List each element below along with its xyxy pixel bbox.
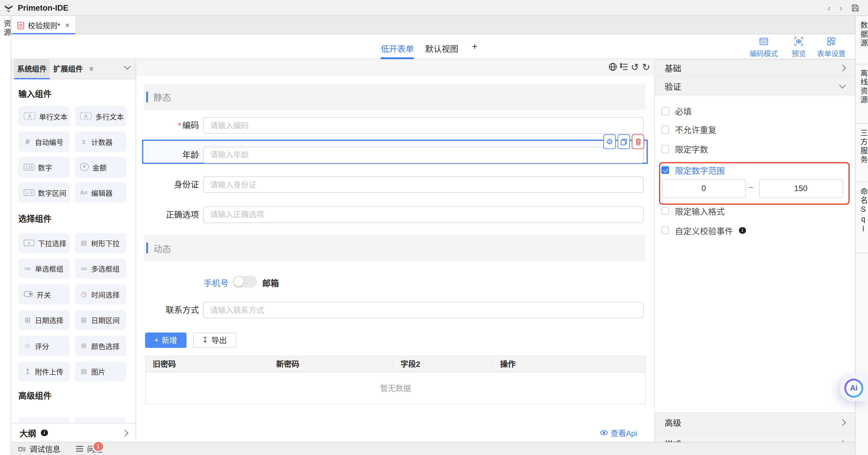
- dock-item-third-party-services[interactable]: 三方服务: [858, 129, 868, 164]
- component-dropdown[interactable]: ∨下拉选择: [18, 233, 70, 253]
- redo-icon[interactable]: ↻: [642, 62, 650, 72]
- radio-group-icon: ≔: [24, 264, 31, 273]
- tab-lowcode-form[interactable]: 低开表单: [381, 42, 414, 55]
- add-row-button[interactable]: +新增: [145, 332, 186, 348]
- problems-list-icon: [76, 446, 84, 452]
- validation-char-limit[interactable]: 限定字数: [661, 143, 708, 155]
- export-button[interactable]: ↧导出: [193, 332, 236, 348]
- component-switch[interactable]: 开关: [18, 284, 70, 304]
- component-org-select[interactable]: ⧉机构选择: [74, 417, 126, 423]
- history-forward-icon[interactable]: ›: [839, 0, 842, 16]
- debug-icon: [18, 445, 26, 453]
- dock-item-offline-resources[interactable]: 离线资源: [858, 69, 868, 104]
- outline-label: 大纲: [20, 427, 36, 439]
- component-single-line-text[interactable]: A单行文本: [18, 106, 70, 126]
- group-style[interactable]: 样式: [655, 433, 855, 442]
- component-image[interactable]: ▤图片: [74, 361, 126, 382]
- component-radio-group[interactable]: ≔单选框组: [18, 258, 70, 279]
- component-date-range[interactable]: ⊞日期区间: [74, 310, 126, 330]
- field-copy-button[interactable]: [618, 134, 630, 149]
- checkbox-custom-event[interactable]: [661, 227, 669, 235]
- ai-assistant-button[interactable]: Ai: [840, 375, 868, 401]
- group-validation[interactable]: 验证: [655, 77, 855, 95]
- correct-option-field[interactable]: [203, 206, 644, 223]
- section-header-static[interactable]: 静态: [144, 84, 646, 110]
- component-currency[interactable]: ¥金额: [74, 157, 126, 177]
- column-header-new-password[interactable]: 新密码: [269, 356, 394, 371]
- outline-tree-icon[interactable]: [619, 62, 628, 72]
- chevron-down-icon[interactable]: [124, 63, 131, 70]
- document-tab-bar: 校验规则* ×: [11, 16, 855, 34]
- component-number-range[interactable]: 1~3数字区间: [18, 182, 70, 203]
- component-checkbox-group[interactable]: ≔多选框组: [74, 258, 126, 279]
- section-header-dynamic[interactable]: 动态: [144, 234, 646, 262]
- component-rating[interactable]: ☆评分: [18, 335, 70, 356]
- validation-required[interactable]: 必填: [661, 105, 691, 117]
- component-list-menu-icon[interactable]: ≡: [89, 65, 93, 72]
- contact-field[interactable]: [203, 302, 644, 318]
- validation-number-range[interactable]: 限定数字范围: [661, 164, 725, 176]
- field-delete-button[interactable]: [632, 134, 644, 149]
- component-counter[interactable]: ±计数器: [74, 131, 126, 152]
- component-upload[interactable]: ↥附件上传: [18, 361, 70, 382]
- tab-default-view[interactable]: 默认视图: [425, 42, 458, 55]
- component-date-picker[interactable]: ⊞日期选择: [18, 310, 70, 330]
- column-header-actions[interactable]: 操作: [493, 356, 645, 371]
- tab-system-components[interactable]: 系统组件: [14, 59, 50, 79]
- view-api-link[interactable]: 查看Api: [600, 427, 637, 438]
- component-tree-dropdown[interactable]: ▤树形下拉: [74, 233, 126, 253]
- component-editor[interactable]: A≡编辑器: [74, 182, 126, 203]
- i18n-globe-icon[interactable]: [608, 62, 617, 72]
- toggle-knob: [234, 277, 243, 286]
- editor-icon: A≡: [80, 189, 88, 196]
- tab-validation-rules[interactable]: 校验规则* ×: [12, 16, 75, 34]
- chevron-right-icon: [839, 419, 846, 426]
- column-header-field2[interactable]: 字段2: [394, 356, 493, 371]
- validation-input-format[interactable]: 限定输入格式: [661, 205, 725, 217]
- component-auto-number[interactable]: #自动编号: [18, 131, 70, 152]
- phone-email-toggle[interactable]: [232, 275, 257, 287]
- debug-info-button[interactable]: 调试信息: [18, 443, 60, 454]
- form-settings-button[interactable]: 表单设置: [812, 37, 851, 58]
- copy-icon: [621, 138, 627, 145]
- checkbox-input-format[interactable]: [661, 207, 669, 215]
- outline-panel-header[interactable]: 大纲 i: [11, 423, 136, 442]
- tab-extended-components[interactable]: 扩展组件: [51, 59, 85, 79]
- chevron-right-icon: [839, 64, 846, 71]
- required-asterisk: *: [178, 121, 181, 130]
- column-header-old-password[interactable]: 旧密码: [146, 356, 269, 371]
- component-time-picker[interactable]: ◷时间选择: [74, 284, 126, 304]
- group-advanced[interactable]: 高级: [655, 413, 855, 432]
- dock-item-datasource[interactable]: 数据源: [858, 21, 868, 48]
- validation-custom-event[interactable]: 自定义校验事件 i: [661, 225, 746, 236]
- checkbox-char-limit[interactable]: [661, 145, 669, 153]
- validation-no-duplicate[interactable]: 不允许重复: [661, 124, 716, 135]
- close-icon[interactable]: ×: [65, 22, 69, 29]
- idcard-field[interactable]: [203, 176, 644, 193]
- toggle-option-email[interactable]: 邮箱: [262, 277, 279, 289]
- age-field[interactable]: [203, 147, 644, 163]
- checkbox-number-range[interactable]: [661, 166, 669, 174]
- canvas-toolbar: ↺ ↻: [136, 59, 654, 76]
- save-icon[interactable]: [851, 4, 860, 12]
- component-color-picker[interactable]: ⊚颜色选择: [74, 335, 126, 356]
- divider: [856, 252, 868, 253]
- code-mode-button[interactable]: 编码模式: [744, 37, 783, 58]
- add-view-button[interactable]: +: [472, 41, 477, 52]
- sidebar-item-resources[interactable]: 资源: [1, 20, 12, 37]
- component-person-select[interactable]: ○人员选择: [18, 417, 70, 423]
- history-back-icon[interactable]: ‹: [828, 0, 831, 16]
- dock-item-named-sql[interactable]: 命名Sql: [858, 187, 868, 234]
- field-settings-button[interactable]: ⚙: [603, 134, 616, 149]
- group-basic[interactable]: 基础: [655, 59, 855, 76]
- component-multi-line-text[interactable]: A多行文本: [74, 106, 126, 126]
- code-field[interactable]: [203, 117, 644, 134]
- component-number[interactable]: 123数字: [18, 157, 70, 177]
- checkbox-no-duplicate[interactable]: [661, 126, 669, 134]
- undo-icon[interactable]: ↺: [631, 62, 639, 72]
- toggle-option-phone[interactable]: 手机号: [204, 277, 228, 289]
- checkbox-required[interactable]: [661, 107, 669, 116]
- problems-count-badge[interactable]: 1: [92, 441, 104, 452]
- auto-number-icon: #: [24, 137, 31, 146]
- properties-panel: 基础 验证 必填 不允许重复 限定字数 限定数字范围 ~ 限定输入格式: [654, 59, 855, 442]
